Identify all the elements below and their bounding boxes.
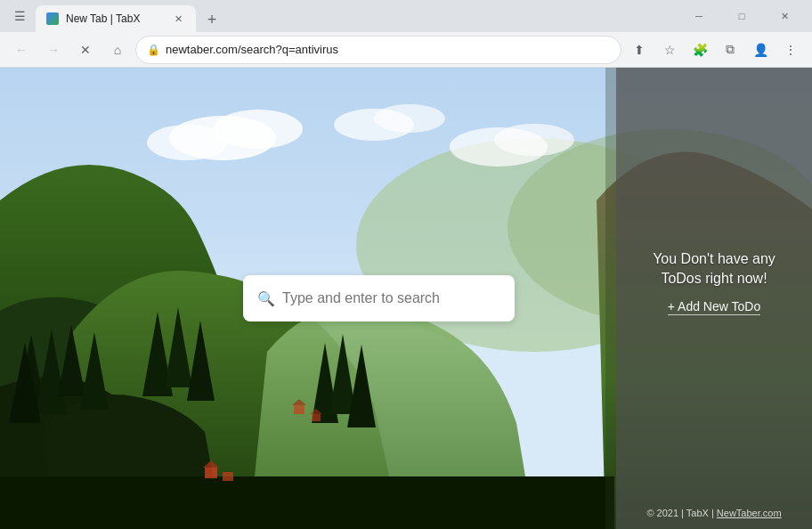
extensions-button[interactable]: 🧩 [686, 36, 714, 64]
todo-header-area: You Don't have any ToDos right now! + Ad… [616, 68, 812, 497]
back-button[interactable]: ← [7, 36, 36, 64]
tab-close-button[interactable]: ✕ [171, 12, 185, 26]
window-controls: ─ □ ✕ [678, 2, 805, 30]
close-button[interactable]: ✕ [764, 2, 805, 30]
svg-rect-24 [312, 414, 321, 421]
menu-button[interactable]: ⋮ [776, 36, 805, 64]
search-box[interactable]: 🔍 [243, 275, 515, 321]
address-text: newtaber.com/search?q=antivirus [166, 43, 610, 56]
split-button[interactable]: ⧉ [716, 36, 744, 64]
browser-frame: ☰ New Tab | TabX ✕ + ─ □ ✕ ← → ✕ ⌂ 🔒 new… [0, 0, 812, 529]
todo-empty-message: You Don't have any ToDos right now! [634, 249, 794, 289]
tab-strip: New Tab | TabX ✕ + [36, 0, 668, 32]
svg-rect-28 [223, 472, 233, 481]
vertical-tabs-icon[interactable]: ☰ [7, 4, 32, 28]
title-bar: ☰ New Tab | TabX ✕ + ─ □ ✕ [0, 0, 812, 32]
search-container: 🔍 [243, 275, 515, 321]
address-bar[interactable]: 🔒 newtaber.com/search?q=antivirus [135, 36, 621, 64]
forward-button[interactable]: → [39, 36, 68, 64]
minimize-button[interactable]: ─ [678, 2, 719, 30]
nav-bar: ← → ✕ ⌂ 🔒 newtaber.com/search?q=antiviru… [0, 32, 812, 68]
search-icon: 🔍 [257, 290, 275, 307]
todo-footer: © 2021 | TabX | NewTaber.com [616, 497, 812, 529]
profile-button[interactable]: 👤 [746, 36, 775, 64]
todo-footer-text: © 2021 | TabX | NewTaber.com [646, 508, 781, 518]
tab-title: New Tab | TabX [66, 12, 164, 25]
svg-point-5 [147, 125, 227, 160]
todo-footer-link[interactable]: NewTaber.com [717, 508, 782, 518]
new-tab-button[interactable]: + [199, 7, 224, 32]
todo-panel: You Don't have any ToDos right now! + Ad… [616, 68, 812, 529]
nav-right-buttons: ⬆ ☆ 🧩 ⧉ 👤 ⋮ [625, 36, 805, 64]
share-button[interactable]: ⬆ [625, 36, 654, 64]
active-tab[interactable]: New Tab | TabX ✕ [36, 5, 196, 32]
svg-point-9 [494, 124, 574, 156]
svg-rect-22 [294, 405, 304, 414]
svg-rect-21 [0, 476, 614, 529]
svg-point-4 [214, 110, 303, 149]
bookmark-button[interactable]: ☆ [655, 36, 684, 64]
reload-button[interactable]: ✕ [71, 36, 100, 64]
maximize-button[interactable]: □ [721, 2, 762, 30]
home-button[interactable]: ⌂ [103, 36, 132, 64]
tab-favicon-icon [46, 12, 59, 25]
add-todo-button[interactable]: + Add New ToDo [668, 299, 760, 315]
content-area: 🔍 You Don't have any ToDos right now! + … [0, 68, 812, 529]
lock-icon: 🔒 [147, 44, 160, 56]
svg-rect-26 [205, 468, 217, 478]
svg-point-7 [374, 104, 445, 133]
search-input[interactable] [282, 290, 500, 306]
